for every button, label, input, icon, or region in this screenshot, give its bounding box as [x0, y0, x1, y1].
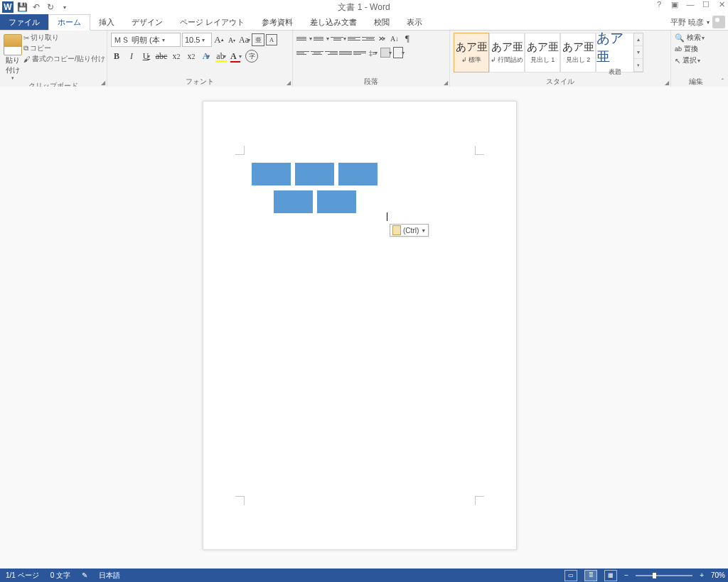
font-name-combo[interactable]: ＭＳ 明朝 (本▾	[111, 33, 181, 47]
tab-mailings[interactable]: 差し込み文書	[301, 14, 365, 30]
style-title[interactable]: あア亜表題	[596, 33, 634, 72]
styles-dialog-launcher-icon[interactable]: ◢	[665, 80, 669, 86]
tab-references[interactable]: 参考資料	[253, 14, 301, 30]
bullets-icon[interactable]	[296, 33, 309, 44]
paste-button[interactable]: 貼り付け ▾	[4, 33, 22, 81]
char-border-icon[interactable]: A	[266, 34, 277, 45]
tab-layout[interactable]: ページ レイアウト	[171, 14, 253, 30]
user-name: 平野 暁彦	[670, 17, 704, 28]
align-left-icon[interactable]	[296, 47, 309, 58]
document-title: 文書 1 - Word	[0, 1, 728, 14]
zoom-in-icon[interactable]: +	[700, 571, 704, 579]
paste-options-tag[interactable]: (Ctrl) ▼	[390, 224, 429, 237]
distribute-icon[interactable]	[353, 47, 366, 58]
sort-icon[interactable]: A↓	[389, 33, 400, 44]
status-words[interactable]: 0 文字	[45, 571, 76, 581]
font-dialog-launcher-icon[interactable]: ◢	[287, 80, 291, 86]
zoom-out-icon[interactable]: −	[624, 571, 628, 579]
increase-indent-icon[interactable]	[362, 33, 375, 44]
view-web-icon[interactable]: ▦	[604, 570, 617, 581]
multilevel-icon[interactable]	[331, 33, 343, 44]
shape-rect[interactable]	[317, 190, 356, 213]
help-icon[interactable]: ?	[654, 0, 664, 9]
group-paragraph: ▾ ▾ ▾ ✕▾ A↓ ¶ ‡≡▾ ▾ ▾ 段落 ◢	[293, 31, 450, 87]
document-area[interactable]: (Ctrl) ▼	[0, 87, 728, 568]
avatar-icon[interactable]	[712, 16, 725, 28]
italic-button[interactable]: I	[126, 50, 137, 62]
status-language[interactable]: 日本語	[93, 571, 126, 581]
maximize-icon[interactable]: ☐	[701, 0, 711, 9]
shape-rect[interactable]	[338, 163, 378, 185]
font-size-combo[interactable]: 10.5▾	[182, 33, 212, 47]
paste-options-label: (Ctrl)	[403, 227, 419, 235]
tab-insert[interactable]: 挿入	[90, 14, 123, 30]
highlight-icon[interactable]: ab▾	[215, 50, 227, 62]
minimize-icon[interactable]: —	[685, 0, 695, 9]
brush-icon: 🖌	[23, 55, 31, 63]
subscript-button[interactable]: x2	[171, 50, 182, 62]
chevron-down-icon: ▼	[421, 228, 426, 233]
change-case-icon[interactable]: Aa▾	[239, 34, 250, 45]
bold-button[interactable]: B	[111, 50, 122, 62]
style-scroll[interactable]: ▲▼▾	[633, 33, 643, 72]
text-effects-icon[interactable]: A▾	[200, 50, 212, 62]
decrease-indent-icon[interactable]	[348, 33, 360, 44]
status-proofing-icon[interactable]: ✎	[76, 571, 93, 579]
view-print-icon[interactable]: ≣	[584, 570, 597, 581]
text-cursor	[387, 212, 387, 221]
style-gallery[interactable]: あア亜↲ 標準 あア亜↲ 行間詰め あア亜見出し 1 あア亜見出し 2 あア亜表…	[454, 33, 643, 72]
style-down-icon[interactable]: ▼	[634, 46, 643, 59]
text-direction-icon[interactable]: ✕▾	[376, 33, 387, 44]
clipboard-dialog-launcher-icon[interactable]: ◢	[101, 80, 105, 86]
align-center-icon[interactable]	[311, 47, 323, 58]
user-area[interactable]: 平野 暁彦 ▾	[670, 14, 725, 30]
status-page[interactable]: 1/1 ページ	[0, 571, 45, 581]
tab-review[interactable]: 校閲	[365, 14, 398, 30]
line-spacing-icon[interactable]: ‡≡▾	[368, 47, 379, 58]
view-read-icon[interactable]: ▭	[564, 570, 577, 581]
strikethrough-button[interactable]: abc	[156, 50, 167, 62]
replace-button[interactable]: ab置換	[675, 44, 705, 54]
close-icon[interactable]: ✕	[717, 0, 727, 9]
tab-design[interactable]: デザイン	[123, 14, 171, 30]
enclose-char-icon[interactable]: 字	[245, 50, 258, 63]
cut-button[interactable]: ✂切り取り	[23, 33, 105, 43]
collapse-ribbon-icon[interactable]: ˆ	[722, 78, 724, 86]
align-right-icon[interactable]	[325, 47, 338, 58]
shape-rect[interactable]	[274, 190, 313, 213]
select-button[interactable]: ↖選択▾	[675, 55, 705, 65]
shape-rect[interactable]	[295, 163, 334, 185]
tab-file[interactable]: ファイル	[0, 14, 48, 30]
show-marks-icon[interactable]: ¶	[402, 33, 413, 44]
shading-icon[interactable]: ▾	[380, 47, 392, 58]
shape-row-2	[274, 190, 356, 213]
style-normal[interactable]: あア亜↲ 標準	[454, 33, 489, 72]
tab-home[interactable]: ホーム	[48, 14, 90, 31]
superscript-button[interactable]: x2	[186, 50, 197, 62]
grow-font-icon[interactable]: A▴	[213, 34, 225, 45]
ribbon-options-icon[interactable]: ▣	[670, 0, 680, 9]
zoom-value[interactable]: 70%	[711, 571, 725, 579]
shrink-font-icon[interactable]: A▾	[226, 34, 237, 45]
paragraph-dialog-launcher-icon[interactable]: ◢	[444, 80, 448, 86]
font-color-icon[interactable]: A▾	[230, 50, 242, 62]
numbering-icon[interactable]	[314, 33, 326, 44]
page[interactable]: (Ctrl) ▼	[203, 101, 517, 550]
group-label-styles: スタイル	[454, 77, 667, 87]
style-heading1[interactable]: あア亜見出し 1	[525, 33, 560, 72]
justify-icon[interactable]	[339, 47, 352, 58]
style-no-spacing[interactable]: あア亜↲ 行間詰め	[489, 33, 525, 72]
copy-button[interactable]: ⧉コピー	[23, 43, 105, 53]
shape-rect[interactable]	[252, 163, 291, 185]
style-more-icon[interactable]: ▾	[634, 59, 643, 72]
format-painter-button[interactable]: 🖌書式のコピー/貼り付け	[23, 54, 105, 64]
style-heading2[interactable]: あア亜見出し 2	[560, 33, 596, 72]
borders-icon[interactable]: ▾	[393, 47, 405, 58]
zoom-slider[interactable]	[636, 575, 692, 576]
style-up-icon[interactable]: ▲	[634, 33, 643, 46]
phonetic-guide-icon[interactable]: 亜	[252, 33, 264, 46]
underline-button[interactable]: U▾	[141, 50, 152, 62]
find-button[interactable]: 🔍検索▾	[675, 33, 705, 43]
user-menu-icon[interactable]: ▾	[707, 19, 710, 26]
tab-view[interactable]: 表示	[398, 14, 431, 30]
